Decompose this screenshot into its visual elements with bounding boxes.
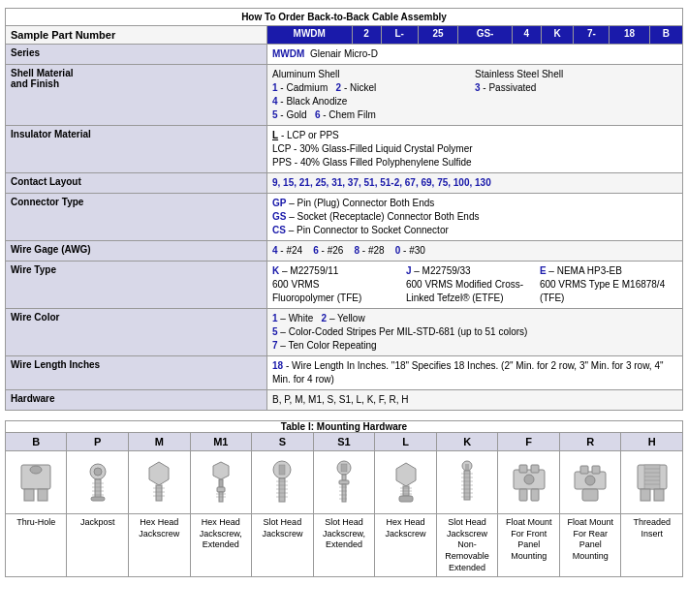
svg-rect-6 [95, 479, 101, 499]
mount-img-r [559, 451, 620, 514]
svg-rect-7 [91, 497, 105, 501]
wire-length-label: Wire Length Inches [6, 356, 267, 390]
insulator-row: Insulator Material L - LCP or PPS LCP - … [6, 126, 683, 173]
mount-code-r: R [559, 433, 620, 451]
svg-rect-33 [342, 475, 346, 480]
float-front-icon [510, 460, 548, 504]
svg-rect-19 [217, 487, 225, 492]
order-table: How To Order Back-to-Back Cable Assembly… [5, 8, 683, 411]
svg-rect-2 [24, 489, 34, 501]
svg-rect-63 [580, 466, 588, 474]
svg-rect-34 [339, 480, 349, 484]
svg-rect-18 [219, 479, 223, 487]
mount-img-m [128, 451, 190, 514]
svg-rect-59 [519, 489, 527, 501]
svg-rect-57 [519, 465, 527, 473]
mount-label-m: Hex HeadJackscrew [128, 514, 190, 577]
slot-jackscrew-icon [263, 460, 301, 504]
mount-title: Table I: Mounting Hardware [6, 421, 683, 433]
pn-code-k: K [541, 26, 574, 45]
svg-rect-74 [641, 489, 650, 501]
header-row: How To Order Back-to-Back Cable Assembly [6, 9, 683, 26]
mount-label-s1: Slot HeadJackscrew,Extended [313, 514, 375, 577]
svg-rect-35 [342, 484, 346, 502]
series-content: MWDM Glenair Micro-D [267, 45, 683, 65]
mount-img-b [6, 451, 67, 514]
hardware-content: B, P, M, M1, S, S1, L, K, F, R, H [267, 390, 683, 411]
mount-code-k: K [436, 433, 498, 451]
hex-head-icon [387, 460, 425, 504]
mount-code-h: H [621, 433, 683, 451]
svg-marker-40 [396, 463, 416, 486]
connector-type-row: Connector Type GP – Pin (Plug) Connector… [6, 194, 683, 241]
svg-rect-47 [465, 464, 469, 470]
mount-label-row: Thru-Hole Jackpost Hex HeadJackscrew Hex… [6, 514, 683, 577]
wire-type-label: Wire Type [6, 262, 267, 309]
insulator-content: L - LCP or PPS LCP - 30% Glass-Filled Li… [267, 126, 683, 173]
main-container: How To Order Back-to-Back Cable Assembly… [5, 8, 683, 577]
pn-code-4: 4 [512, 26, 541, 45]
mount-code-row: B P M M1 S S1 L K F R H [6, 433, 683, 451]
wire-length-content: 18 - Wire Length In Inches. "18" Specifi… [267, 356, 683, 390]
shell-content: Aluminum Shell 1 - Cadmium 2 - Nickel 4 … [267, 65, 683, 126]
svg-marker-17 [213, 462, 229, 479]
mount-code-m: M [128, 433, 190, 451]
svg-rect-75 [654, 489, 664, 501]
shell-label: Shell Materialand Finish [6, 65, 267, 126]
float-rear-icon [571, 460, 610, 504]
wire-color-row: Wire Color 1 – White 2 – Yellow 5 – Colo… [6, 309, 683, 356]
mounting-table: Table I: Mounting Hardware B P M M1 S S1… [5, 420, 683, 577]
mount-code-m1: M1 [190, 433, 252, 451]
svg-marker-12 [149, 462, 169, 485]
shell-material-row: Shell Materialand Finish Aluminum Shell … [6, 65, 683, 126]
pn-code-2: 2 [352, 26, 381, 45]
svg-rect-60 [531, 489, 539, 501]
connector-type-label: Connector Type [6, 194, 267, 241]
threaded-insert-icon [633, 460, 672, 504]
pn-code-gs: GS- [458, 26, 512, 45]
svg-rect-42 [399, 496, 413, 502]
svg-rect-58 [531, 465, 539, 473]
wire-length-row: Wire Length Inches 18 - Wire Length In I… [6, 356, 683, 390]
contact-layout-content: 9, 15, 21, 25, 31, 37, 51, 51-2, 67, 69,… [267, 173, 683, 194]
series-label: Series [6, 45, 267, 65]
mount-label-p: Jackpost [67, 514, 128, 577]
mount-img-l [375, 451, 437, 514]
mount-label-s: Slot HeadJackscrew [252, 514, 314, 577]
contact-layout-label: Contact Layout [6, 173, 267, 194]
hardware-label: Hardware [6, 390, 267, 411]
mount-label-r: Float MountFor RearPanelMounting [559, 514, 620, 577]
pn-code-25: 25 [418, 26, 458, 45]
pn-code-b: B [649, 26, 682, 45]
svg-point-66 [585, 476, 595, 485]
mount-img-h [621, 451, 683, 514]
svg-point-61 [524, 475, 534, 484]
hex-jackscrew-icon [140, 460, 178, 504]
wire-type-content: K – M22759/11 600 VRMS Fluoropolymer (TF… [267, 262, 683, 309]
pn-code-7: 7- [574, 26, 610, 45]
table-title: How To Order Back-to-Back Cable Assembly [6, 9, 683, 26]
wire-color-content: 1 – White 2 – Yellow 5 – Color-Coded Str… [267, 309, 683, 356]
part-number-label: Sample Part Number [6, 26, 267, 45]
mount-code-b: B [6, 433, 67, 451]
svg-rect-3 [38, 489, 47, 501]
slot-nr-ext-icon [448, 460, 486, 504]
mount-img-s1 [313, 451, 375, 514]
wire-color-label: Wire Color [6, 309, 267, 356]
mount-label-h: ThreadedInsert [621, 514, 683, 577]
mount-label-m1: Hex HeadJackscrew,Extended [190, 514, 252, 577]
mount-label-f: Float MountFor FrontPanelMounting [498, 514, 559, 577]
mount-code-f: F [498, 433, 559, 451]
svg-rect-25 [279, 478, 285, 502]
slot-jackscrew-ext-icon [325, 460, 363, 504]
mount-label-k: Slot HeadJackscrewNon-RemovableExtended [436, 514, 498, 577]
hardware-row: Hardware B, P, M, M1, S, S1, L, K, F, R,… [6, 390, 683, 411]
mount-img-m1 [190, 451, 252, 514]
svg-point-5 [94, 468, 102, 476]
mount-code-l: L [375, 433, 437, 451]
wire-gage-label: Wire Gage (AWG) [6, 241, 267, 262]
svg-rect-65 [582, 489, 598, 501]
mount-label-b: Thru-Hole [6, 514, 67, 577]
svg-rect-64 [592, 466, 600, 474]
thru-hole-icon [16, 460, 55, 504]
